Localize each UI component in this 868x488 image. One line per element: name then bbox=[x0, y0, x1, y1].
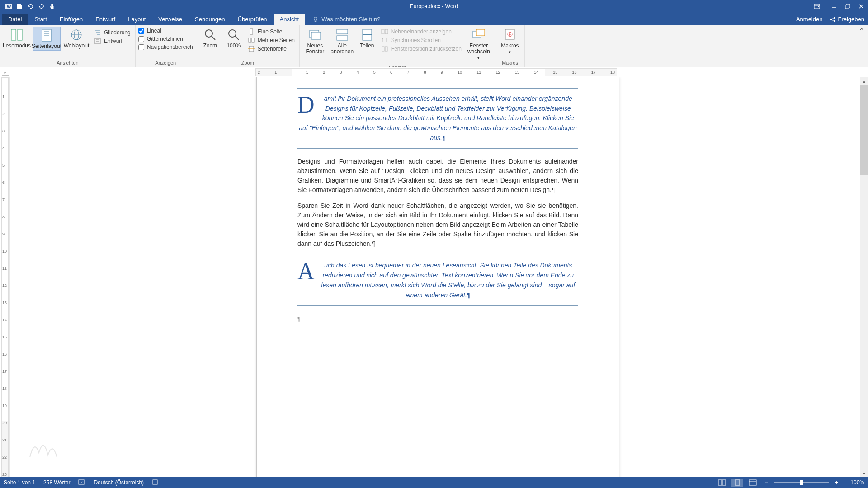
signin-link[interactable]: Anmelden bbox=[796, 16, 823, 23]
tab-datei[interactable]: Datei bbox=[2, 14, 28, 25]
page-1[interactable]: D amit Ihr Dokument ein professionelles … bbox=[256, 77, 619, 477]
vertical-scrollbar[interactable]: ▴ ▾ bbox=[860, 77, 868, 477]
vertical-ruler[interactable]: ·1234567891011121314151617181920212223 bbox=[0, 77, 10, 477]
seitenbreite-button[interactable]: Seitenbreite bbox=[246, 45, 297, 53]
svg-rect-59 bbox=[749, 480, 756, 485]
zoom-slider-thumb[interactable] bbox=[800, 480, 803, 485]
synchron-label: Synchrones Scrollen bbox=[391, 37, 441, 43]
makros-label: Makros▾ bbox=[501, 43, 519, 55]
save-button[interactable] bbox=[14, 2, 24, 11]
gliederung-button[interactable]: Gliederung bbox=[92, 28, 132, 37]
new-window-icon bbox=[308, 28, 322, 42]
zoom-in-button[interactable]: + bbox=[832, 479, 841, 486]
switch-windows-icon bbox=[472, 28, 486, 42]
gliederung-label: Gliederung bbox=[104, 29, 131, 36]
undo-button[interactable] bbox=[25, 2, 35, 11]
ribbon-tabstrip: Datei Start Einfügen Entwurf Layout Verw… bbox=[0, 12, 868, 25]
scroll-thumb[interactable] bbox=[860, 85, 868, 175]
navigation-checkbox-input[interactable] bbox=[138, 44, 144, 50]
seitenbreite-label: Seitenbreite bbox=[258, 46, 287, 52]
ribbon-display-options[interactable] bbox=[810, 0, 824, 12]
svg-rect-56 bbox=[718, 480, 722, 485]
tab-ansicht[interactable]: Ansicht bbox=[274, 14, 306, 25]
minimize-button[interactable] bbox=[827, 0, 841, 12]
tab-selector[interactable]: ⌐ bbox=[2, 69, 9, 76]
paragraph-5[interactable]: ¶ bbox=[297, 314, 578, 324]
svg-rect-48 bbox=[382, 47, 384, 51]
seitenlayout-button[interactable]: Seitenlayout bbox=[33, 27, 61, 51]
zoom-slider[interactable] bbox=[774, 482, 829, 483]
fenster-wechseln-button[interactable]: Fenster wechseln ▾ bbox=[465, 27, 492, 62]
paragraph-3[interactable]: Sparen Sie Zeit in Word dank neuer Schal… bbox=[297, 201, 578, 249]
print-layout-view-button[interactable] bbox=[731, 479, 743, 487]
tab-layout[interactable]: Layout bbox=[122, 14, 152, 25]
collapse-ribbon-button[interactable] bbox=[855, 25, 868, 67]
spellcheck-icon[interactable] bbox=[78, 479, 85, 487]
horizontal-ruler[interactable]: 21123456789101112131415161718 bbox=[255, 68, 617, 76]
qat-customize-dropdown[interactable] bbox=[58, 2, 64, 11]
gitternetzlinien-checkbox[interactable]: Gitternetzlinien bbox=[138, 36, 193, 42]
web-layout-view-button[interactable] bbox=[747, 479, 759, 487]
navigationsbereich-checkbox[interactable]: Navigationsbereich bbox=[138, 44, 193, 50]
svg-line-33 bbox=[235, 36, 239, 40]
svg-rect-57 bbox=[722, 480, 726, 485]
scroll-up-button[interactable]: ▴ bbox=[860, 77, 868, 85]
one-page-icon bbox=[248, 28, 255, 35]
quote-block-2[interactable]: A uch das Lesen ist bequemer in der neue… bbox=[297, 255, 578, 306]
restore-button[interactable] bbox=[841, 0, 854, 12]
tab-ueberpruefen[interactable]: Überprüfen bbox=[231, 14, 274, 25]
lineal-checkbox[interactable]: Lineal bbox=[138, 28, 193, 34]
mehrere-seiten-button[interactable]: Mehrere Seiten bbox=[246, 36, 297, 44]
web-layout-icon bbox=[69, 28, 84, 42]
quote-block-1[interactable]: D amit Ihr Dokument ein professionelles … bbox=[297, 88, 578, 149]
group-label-zoom: Zoom bbox=[196, 59, 299, 67]
document-canvas[interactable]: D amit Ihr Dokument ein professionelles … bbox=[10, 77, 868, 477]
tab-sendungen[interactable]: Sendungen bbox=[189, 14, 231, 25]
alle-anordnen-button[interactable]: Alle anordnen bbox=[330, 27, 355, 56]
quick-access-toolbar: W bbox=[0, 2, 64, 11]
paragraph-2[interactable]: Designs und Formatvorlagen helfen auch d… bbox=[297, 157, 578, 195]
weblayout-button[interactable]: Weblayout bbox=[62, 27, 90, 50]
zuruecksetzen-label: Fensterposition zurücksetzen bbox=[391, 46, 462, 52]
tab-entwurf[interactable]: Entwurf bbox=[89, 14, 122, 25]
gitternetz-checkbox-input[interactable] bbox=[138, 36, 144, 42]
teilen-button[interactable]: Teilen bbox=[357, 27, 377, 50]
ribbon-group-fenster: Neues Fenster Alle anordnen Teilen Neben… bbox=[300, 25, 495, 67]
qat-word-icon[interactable]: W bbox=[4, 2, 14, 11]
outline-icon bbox=[94, 29, 101, 36]
split-icon bbox=[360, 28, 374, 42]
zoom-out-button[interactable]: − bbox=[762, 479, 771, 486]
word-count[interactable]: 258 Wörter bbox=[43, 479, 70, 486]
svg-rect-58 bbox=[735, 480, 740, 485]
zoom-100-button[interactable]: 1 100% bbox=[223, 27, 244, 50]
read-mode-view-button[interactable] bbox=[716, 479, 728, 487]
redo-button[interactable] bbox=[36, 2, 46, 11]
share-button[interactable]: Freigeben bbox=[830, 16, 864, 23]
lesemodus-button[interactable]: Lesemodus bbox=[3, 27, 31, 50]
language-indicator[interactable]: Deutsch (Österreich) bbox=[94, 479, 144, 486]
tab-einfuegen[interactable]: Einfügen bbox=[53, 14, 89, 25]
zoom-icon bbox=[203, 28, 217, 42]
zoom-level[interactable]: 100% bbox=[844, 479, 864, 486]
page-indicator[interactable]: Seite 1 von 1 bbox=[4, 479, 35, 486]
lineal-checkbox-input[interactable] bbox=[138, 28, 144, 34]
lightbulb-icon bbox=[312, 16, 319, 23]
zoom-button[interactable]: Zoom bbox=[199, 27, 222, 50]
tab-start[interactable]: Start bbox=[28, 14, 53, 25]
makros-button[interactable]: Makros▾ bbox=[498, 27, 522, 56]
tab-verweise[interactable]: Verweise bbox=[152, 14, 189, 25]
tell-me-search[interactable]: Was möchten Sie tun? bbox=[309, 14, 384, 25]
zoom-100-icon: 1 bbox=[226, 28, 241, 42]
title-app: Word bbox=[445, 3, 458, 9]
chevron-up-icon bbox=[859, 27, 864, 32]
close-button[interactable] bbox=[854, 0, 868, 12]
touch-mode-button[interactable] bbox=[47, 2, 57, 11]
read-mode-icon bbox=[9, 28, 24, 42]
neues-fenster-button[interactable]: Neues Fenster bbox=[302, 27, 328, 56]
entwurf-button[interactable]: Entwurf bbox=[92, 37, 132, 45]
scroll-down-button[interactable]: ▾ bbox=[860, 469, 868, 477]
eine-seite-button[interactable]: Eine Seite bbox=[246, 28, 297, 36]
print-layout-icon bbox=[39, 28, 54, 42]
macro-recording-icon[interactable] bbox=[152, 479, 158, 487]
svg-line-13 bbox=[832, 18, 834, 19]
